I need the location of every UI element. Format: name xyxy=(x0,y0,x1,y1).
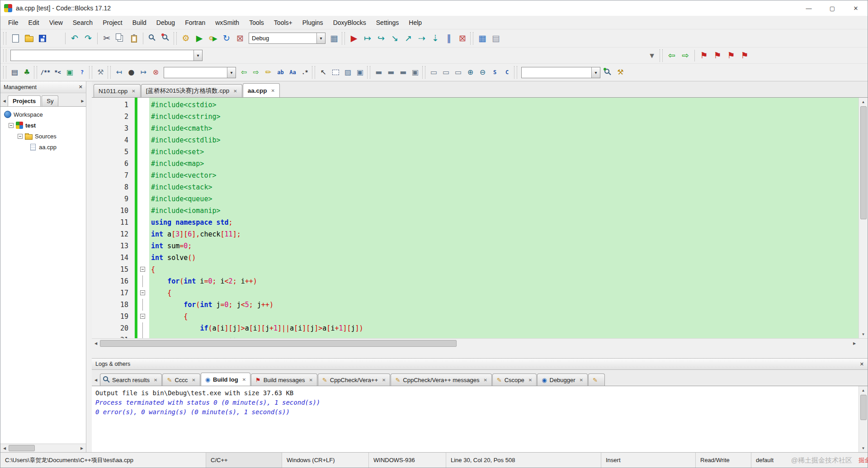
open-file-icon[interactable] xyxy=(22,32,36,45)
step-into-instruction-icon[interactable]: ⇣ xyxy=(429,32,442,45)
save-all-files-icon[interactable] xyxy=(49,32,63,45)
match-case-icon[interactable]: Aa xyxy=(287,66,299,78)
stop-debugger-icon[interactable]: ⊠ xyxy=(456,32,469,45)
code-line-6[interactable]: 6#include<map> xyxy=(92,158,859,170)
close-tab-icon[interactable]: ✕ xyxy=(242,377,246,382)
tree-node-sources[interactable]: Sources xyxy=(0,131,86,142)
menu-item-view[interactable]: View xyxy=(44,16,68,29)
next-bookmark-icon[interactable]: ⚑ xyxy=(724,49,738,62)
logs-tab-build-log[interactable]: ◉Build log✕ xyxy=(201,373,250,386)
browse-forward-icon[interactable]: ⇨ xyxy=(679,49,692,62)
close-tab-icon[interactable]: ✕ xyxy=(233,89,237,94)
panel-left-icon[interactable]: ▬ xyxy=(397,66,409,78)
border-right-icon[interactable]: ▭ xyxy=(452,66,464,78)
scroll-thumb[interactable] xyxy=(100,340,457,347)
browse-back-icon[interactable]: ⇦ xyxy=(665,49,679,62)
scroll-thumb[interactable] xyxy=(860,395,867,420)
code-line-19[interactable]: 19 { xyxy=(92,311,859,322)
border-middle-icon[interactable]: ▭ xyxy=(440,66,452,78)
logs-tab-search-results[interactable]: Search results✕ xyxy=(100,373,162,386)
tabs-scroll-right-icon[interactable]: ▶ xyxy=(79,95,86,106)
code-line-1[interactable]: 1#include<cstdio> xyxy=(92,99,859,111)
abort-build-icon[interactable]: ⊠ xyxy=(233,32,247,45)
menu-item-wxsmith[interactable]: wxSmith xyxy=(210,16,244,29)
logs-vscrollbar[interactable]: ▲ ▼ xyxy=(859,386,868,452)
zoom-out-icon[interactable]: ⊖ xyxy=(476,66,489,78)
scroll-up-icon[interactable]: ▲ xyxy=(859,98,868,106)
step-into-icon[interactable]: ↘ xyxy=(388,32,401,45)
selection-box-icon[interactable] xyxy=(330,66,342,78)
dropdown-arrow-icon[interactable]: ▾ xyxy=(316,33,325,43)
target-options-icon[interactable]: ▦ xyxy=(327,32,341,45)
jump-back-icon[interactable]: ↤ xyxy=(113,66,125,78)
incsearch-cancel-icon[interactable]: ⊗ xyxy=(150,66,162,78)
close-button[interactable]: ✕ xyxy=(844,0,868,16)
fold-collapse-icon[interactable] xyxy=(137,287,149,299)
dropdown-arrow-icon[interactable]: ▾ xyxy=(591,67,600,78)
scroll-left-icon[interactable]: ◀ xyxy=(92,340,100,347)
close-panel-icon[interactable]: ✕ xyxy=(79,84,83,90)
find-icon[interactable] xyxy=(146,32,159,45)
thread-search-icon[interactable] xyxy=(602,66,614,78)
highlight-occurrences-icon[interactable]: ✏ xyxy=(262,66,274,78)
code-line-9[interactable]: 9#include<queue> xyxy=(92,193,859,205)
debugging-windows-icon[interactable]: ▦ xyxy=(476,32,489,45)
dropdown-arrow-icon[interactable]: ▾ xyxy=(227,67,236,78)
code-line-14[interactable]: 14int solve() xyxy=(92,252,859,264)
menu-item-help[interactable]: Help xyxy=(404,16,427,29)
border-left-icon[interactable]: ▭ xyxy=(428,66,440,78)
save-file-icon[interactable] xyxy=(36,32,49,45)
close-tab-icon[interactable]: ✕ xyxy=(382,378,386,383)
doxy-block-comment-icon[interactable]: /** xyxy=(39,66,52,78)
run-icon[interactable]: ▶ xyxy=(193,32,206,45)
break-debugger-icon[interactable]: ‖ xyxy=(442,32,456,45)
build-target-combo[interactable]: Debug▾ xyxy=(249,33,326,44)
panel-top-icon[interactable]: ▬ xyxy=(373,66,385,78)
menu-item-project[interactable]: Project xyxy=(98,16,127,29)
code-line-18[interactable]: 18 for(int j=0; j<5; j++) xyxy=(92,299,859,311)
close-tab-icon[interactable]: ✕ xyxy=(309,378,312,383)
configure-tools-icon[interactable]: ⚒ xyxy=(94,66,107,78)
build-icon[interactable]: ⚙ xyxy=(179,32,193,45)
code-line-16[interactable]: 16 for(int i=0; i<2; i++) xyxy=(92,275,859,287)
panel-splitter[interactable] xyxy=(86,81,92,452)
menu-item-file[interactable]: File xyxy=(3,16,24,29)
zoom-in-icon[interactable]: ⊕ xyxy=(464,66,476,78)
thread-search-combo[interactable]: ▾ xyxy=(521,67,600,78)
picture-box-icon[interactable]: ▨ xyxy=(342,66,354,78)
logs-tab-cppcheck-vera++-messages[interactable]: ✎CppCheck/Vera++ messages✕ xyxy=(391,373,491,386)
regex-icon[interactable]: .* xyxy=(299,66,311,78)
fold-collapse-icon[interactable] xyxy=(137,264,149,275)
code-editor[interactable]: 1#include<cstdio>2#include<cstring>3#inc… xyxy=(92,98,868,338)
logs-splitter[interactable] xyxy=(92,348,868,358)
pointer-icon[interactable]: ↖ xyxy=(317,66,330,78)
code-area[interactable]: 1#include<cstdio>2#include<cstring>3#inc… xyxy=(92,98,859,338)
close-tab-icon[interactable]: ✕ xyxy=(580,378,583,383)
label-box-icon[interactable]: ▣ xyxy=(354,66,366,78)
doxy-extract-docs-icon[interactable]: ▤ xyxy=(9,66,21,78)
scroll-thumb[interactable] xyxy=(9,445,35,451)
tree-node-test[interactable]: test xyxy=(0,120,86,131)
code-line-8[interactable]: 8#include<stack> xyxy=(92,181,859,193)
close-tab-icon[interactable]: ✕ xyxy=(271,88,274,93)
close-tab-icon[interactable]: ✕ xyxy=(132,89,135,94)
management-hscrollbar[interactable]: ◀ ▶ xyxy=(0,444,86,452)
close-tab-icon[interactable]: ✕ xyxy=(483,378,487,383)
management-tab-sy[interactable]: Sy xyxy=(42,95,58,106)
menu-item-doxyblocks[interactable]: DoxyBlocks xyxy=(328,16,371,29)
incsearch-prev-icon[interactable]: ⇦ xyxy=(238,66,250,78)
undo-icon[interactable]: ↶ xyxy=(68,32,81,45)
editor-tab-n1011-cpp[interactable]: N1011.cpp✕ xyxy=(94,84,141,97)
scroll-up-icon[interactable]: ▲ xyxy=(859,386,868,394)
tree-node-aa-cpp[interactable]: aa.cpp xyxy=(0,142,86,152)
incsearch-next-icon[interactable]: ⇨ xyxy=(250,66,262,78)
code-line-7[interactable]: 7#include<vector> xyxy=(92,170,859,181)
maximize-button[interactable]: ▢ xyxy=(821,0,844,16)
logs-tab-cccc[interactable]: ✎Cccc✕ xyxy=(162,373,200,386)
doxy-help-icon[interactable]: ? xyxy=(76,66,88,78)
toolbar-overflow-icon[interactable]: ▾ xyxy=(645,49,659,62)
debug-continue-icon[interactable]: ▶ xyxy=(347,32,361,45)
prev-bookmark-icon[interactable]: ⚑ xyxy=(711,49,724,62)
new-file-icon[interactable] xyxy=(9,32,22,45)
jump-forward-icon[interactable]: ↦ xyxy=(137,66,150,78)
